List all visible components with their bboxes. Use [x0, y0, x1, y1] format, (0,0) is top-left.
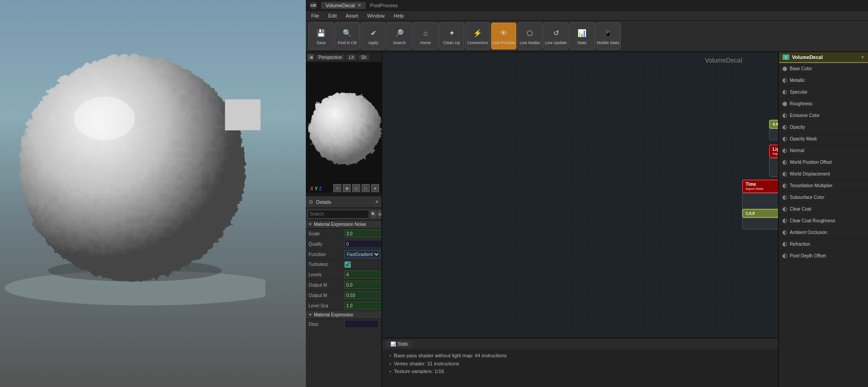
- menu-edit[interactable]: Edit: [327, 12, 339, 19]
- toolbar-search-button[interactable]: 🔎 Search: [387, 22, 412, 50]
- rp-clearcoat-label: Clear Coat: [790, 207, 811, 212]
- prop-outputmin-input[interactable]: [345, 281, 381, 289]
- cube-object: [225, 99, 261, 130]
- toolbar-cleanup-button[interactable]: ✦ Clean Up: [439, 22, 464, 50]
- stats-header: 📊 Stats: [382, 338, 778, 349]
- preview-canvas[interactable]: [306, 62, 381, 193]
- prop-desc-input[interactable]: [345, 320, 379, 328]
- toolbar-apply-button[interactable]: ✔ Apply: [361, 22, 386, 50]
- rp-opacitymask-row: Opacity Mask: [779, 133, 868, 145]
- details-title: Details: [316, 199, 372, 205]
- stats-tab[interactable]: 📊 Stats: [386, 341, 412, 347]
- node-time[interactable]: Time Input Data ▼: [742, 180, 778, 212]
- live-update-icon: ↺: [550, 27, 562, 40]
- preview-tab-sh[interactable]: Sh: [358, 54, 369, 60]
- preview-ctrl-4[interactable]: ▷: [362, 184, 370, 192]
- property-quality: Quality ◀ ↺: [306, 239, 381, 249]
- details-close-button[interactable]: ✕: [375, 199, 379, 204]
- rp-normal-label: Normal: [790, 148, 804, 153]
- prop-scale-value: ◀ ↺: [345, 230, 381, 238]
- toolbar-live-preview-button[interactable]: 👁 Live Preview: [491, 22, 516, 50]
- preview-ctrl-2[interactable]: ◉: [343, 184, 351, 192]
- section-expr-header[interactable]: ▼ Material Expression: [306, 311, 381, 319]
- stats-panel: 📊 Stats • Base pass shader without light…: [382, 338, 778, 387]
- prop-quality-value: ◀ ↺: [345, 240, 381, 248]
- rp-expand-arrow[interactable]: ▼: [861, 55, 864, 59]
- rp-opacity-label: Opacity: [790, 125, 805, 130]
- toolbar-connectors-button[interactable]: ⚡ Connectors: [465, 22, 490, 50]
- rp-clearcoat-pin: [783, 207, 787, 212]
- menu-window[interactable]: Window: [365, 12, 386, 19]
- prop-levelscale-input[interactable]: [345, 302, 381, 310]
- prop-scale-input[interactable]: [345, 230, 381, 238]
- tab-volumedecal[interactable]: VolumeDecal ✕: [321, 2, 366, 9]
- details-panel: ⚙ Details ✕ 🔍 ⊞ ⊙ ▼ Material Expression …: [306, 196, 381, 387]
- prop-outputmax-input[interactable]: [345, 291, 381, 299]
- toolbar-live-update-button[interactable]: ↺ Live Update: [543, 22, 568, 50]
- section-noise-header[interactable]: ▼ Material Expression Noise: [306, 220, 381, 229]
- menu-asset[interactable]: Asset: [344, 12, 360, 19]
- rp-opacity-row: Opacity: [779, 122, 868, 133]
- details-grid-view-button[interactable]: ⊞: [378, 210, 381, 218]
- tab-postprocess[interactable]: PostProcess: [366, 2, 403, 9]
- tab-volumedecal-label: VolumeDecal: [326, 3, 355, 8]
- toolbar-stats-button[interactable]: 📊 Stats: [569, 22, 595, 50]
- rp-emissive-row: Emissive Color: [779, 110, 868, 122]
- details-search-row: 🔍 ⊞ ⊙: [306, 208, 381, 220]
- tab-close-button[interactable]: ✕: [358, 3, 361, 8]
- prop-outputmin-value: ◀ ↺: [345, 281, 381, 289]
- rp-opacitymask-pin: [783, 137, 787, 141]
- preview-tab-perspective[interactable]: Perspective: [316, 54, 345, 60]
- stats-line-1: • Base pass shader without light map: 44…: [389, 352, 771, 360]
- details-search-button[interactable]: 🔍: [371, 210, 376, 218]
- node-const2[interactable]: 1,0,0 ▼: [742, 209, 778, 230]
- const2-port-out: [745, 220, 778, 227]
- axis-y-label: Y: [315, 186, 318, 191]
- prop-scale-label: Scale: [309, 231, 345, 236]
- viewport-3d[interactable]: [0, 0, 306, 387]
- stats-text-1: Base pass shader without light map: 44 i…: [394, 352, 507, 360]
- rp-specular-row: Specular: [779, 86, 868, 98]
- stats-line-2: • Vertex shader: 31 instructions: [389, 360, 771, 368]
- node-light-vector[interactable]: Light Vector Input Data ▼: [769, 144, 778, 177]
- rp-node-title: VolumeDecal: [792, 54, 823, 60]
- rp-ccrough-label: Clear Coat Roughness: [790, 218, 835, 223]
- menu-help[interactable]: Help: [392, 12, 406, 19]
- toolbar-mobile-stats-button[interactable]: 📱 Mobile Stats: [595, 22, 621, 50]
- preview-ctrl-5[interactable]: ◈: [371, 184, 379, 192]
- stats-line-3: • Texture samplers: 1/16: [389, 368, 771, 376]
- left-panel: ◀ Perspective Lit Sh: [306, 52, 382, 387]
- menu-file[interactable]: File: [309, 12, 321, 19]
- preview-tab-lit[interactable]: Lit: [346, 54, 357, 60]
- rp-opacitymask-label: Opacity Mask: [790, 136, 817, 141]
- port-row: [772, 131, 778, 138]
- rp-emissive-pin: [783, 113, 787, 118]
- preview-toggle-button[interactable]: ◀: [308, 54, 314, 60]
- property-level-scale: Level Sca ◀ ↺: [306, 301, 381, 311]
- toolbar-find-in-cb-button[interactable]: 🔍 Find in CB: [335, 22, 360, 50]
- rp-wd-row: World Displacement: [779, 168, 868, 180]
- axis-x-label: X: [310, 186, 313, 191]
- prop-function-select[interactable]: FastGradient Gradient Value: [345, 250, 380, 258]
- save-icon: 💾: [315, 27, 327, 40]
- prop-turbulence-checkbox[interactable]: [345, 261, 351, 268]
- rp-refraction-row: Refraction: [779, 238, 868, 250]
- property-output-max: Output M ◀ ↺: [306, 290, 381, 301]
- node-canvas[interactable]: VolumeDecal: [382, 52, 778, 338]
- rp-roughness-label: Roughness: [790, 101, 813, 106]
- node-constant-label: 0.5,0.5,0.5: [773, 122, 778, 126]
- prop-levels-input[interactable]: [345, 270, 381, 279]
- preview-ctrl-3[interactable]: ◫: [352, 184, 360, 192]
- node-constant[interactable]: 0.5,0.5,0.5 ▼: [769, 120, 778, 140]
- toolbar-save-button[interactable]: 💾 Save: [309, 22, 334, 50]
- prop-quality-input[interactable]: [345, 240, 381, 248]
- home-icon: ⌂: [419, 27, 432, 40]
- node-connections: [382, 52, 778, 338]
- preview-ctrl-1[interactable]: ⊙: [333, 184, 341, 192]
- right-properties-panel: 1 VolumeDecal ▼ Base Color Metallic Spec…: [778, 52, 868, 387]
- details-search-input[interactable]: [308, 210, 369, 219]
- cleanup-icon: ✦: [445, 27, 458, 40]
- toolbar-home-button[interactable]: ⌂ Home: [413, 22, 438, 50]
- lv-port-row2: [772, 167, 778, 175]
- toolbar-live-nodes-button[interactable]: ⬡ Live Nodes: [517, 22, 542, 50]
